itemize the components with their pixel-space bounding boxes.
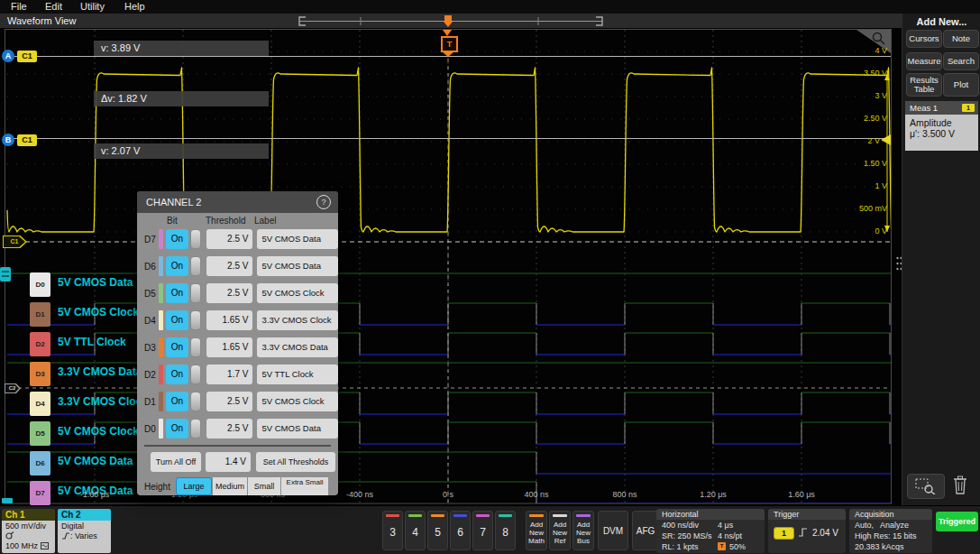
digital-group-handle-icon[interactable] — [0, 267, 11, 282]
digital-label-d0[interactable]: 5V CMOS Data — [58, 276, 133, 289]
bit-threshold-field[interactable]: 2.5 V — [206, 229, 253, 249]
bit-label-field[interactable]: 3.3V CMOS Data — [257, 337, 338, 357]
set-all-thresholds-button[interactable]: Set All Thresholds — [256, 452, 335, 472]
bit-color-chip — [159, 337, 163, 357]
channel-8-button[interactable]: 8 — [495, 511, 516, 550]
bit-on-button[interactable]: On — [166, 337, 188, 357]
menu-utility[interactable]: Utility — [80, 1, 105, 12]
height-medium-button[interactable]: Medium — [213, 477, 247, 495]
meas1-card-body[interactable]: Amplitude μ': 3.500 V — [905, 115, 978, 151]
bit-toggle-knob[interactable] — [190, 256, 201, 276]
cursor-b-badge[interactable]: B — [2, 134, 14, 146]
add-new-bus-button[interactable]: Add New Bus — [572, 511, 594, 550]
channel-6-button[interactable]: 6 — [450, 511, 471, 550]
acquisition-overview-ruler[interactable] — [298, 15, 604, 27]
add-cursors-button[interactable]: Cursors — [906, 30, 942, 48]
add-new-ref-button[interactable]: Add New Ref — [549, 511, 571, 550]
bit-label-field[interactable]: 5V CMOS Data — [257, 229, 338, 249]
bit-on-button[interactable]: On — [166, 419, 188, 439]
bit-toggle-knob[interactable] — [190, 283, 201, 303]
channel-5-button[interactable]: 5 — [427, 511, 448, 550]
height-small-button[interactable]: Small — [248, 477, 280, 495]
digital-label-d6[interactable]: 5V CMOS Data — [58, 455, 133, 467]
digital-label-d1[interactable]: 5V CMOS Clock — [58, 306, 139, 319]
turn-all-off-button[interactable]: Turn All Off — [151, 452, 201, 472]
bit-name: D6 — [141, 262, 159, 272]
ch2-badge[interactable]: Ch 2 Digital : Varies — [58, 509, 111, 553]
zoom-select-button[interactable] — [907, 474, 945, 499]
meas1-card-header[interactable]: Meas 1 1 — [905, 101, 978, 115]
bit-name: D2 — [141, 370, 159, 380]
add-plot-button[interactable]: Plot — [943, 73, 979, 97]
add-search-button[interactable]: Search — [943, 52, 979, 70]
add-results-table-button[interactable]: Results Table — [906, 73, 942, 97]
bit-threshold-field[interactable]: 2.5 V — [206, 256, 253, 276]
bit-toggle-knob[interactable] — [190, 337, 201, 357]
cursor-a-source-tag[interactable]: C1 — [17, 51, 37, 62]
bit-on-button[interactable]: On — [166, 283, 188, 303]
bit-threshold-field[interactable]: 2.5 V — [206, 283, 253, 303]
bit-toggle-knob[interactable] — [190, 392, 201, 411]
bit-threshold-field[interactable]: 1.65 V — [206, 310, 253, 330]
menu-help[interactable]: Help — [124, 1, 145, 12]
bit-toggle-knob[interactable] — [190, 310, 201, 330]
bit-threshold-field[interactable]: 2.5 V — [206, 392, 253, 411]
channel-7-button[interactable]: 7 — [472, 511, 493, 550]
bit-threshold-field[interactable]: 1.7 V — [206, 365, 253, 384]
digital-label-d3[interactable]: 3.3V CMOS Data — [58, 365, 142, 378]
cursor-b-source-tag[interactable]: C1 — [17, 134, 37, 146]
bit-toggle-knob[interactable] — [190, 365, 201, 384]
digital-label-d5[interactable]: 5V CMOS Clock — [58, 425, 139, 438]
channel-3-button[interactable]: 3 — [382, 511, 403, 550]
channel2-dialog-title[interactable]: CHANNEL 2 ? — [137, 191, 338, 213]
add-measure-button[interactable]: Measure — [906, 52, 942, 70]
menu-edit[interactable]: Edit — [45, 1, 62, 12]
add-note-button[interactable]: Note — [943, 30, 979, 48]
digital-bit-badge-d0[interactable]: D0 — [30, 272, 50, 297]
y-tick-2v: 2 V — [835, 136, 880, 146]
add-new-math-button[interactable]: Add New Math — [526, 511, 547, 550]
bit-label-field[interactable]: 5V CMOS Data — [257, 419, 338, 439]
digital-label-d4[interactable]: 3.3V CMOS Clock — [58, 395, 148, 408]
horizontal-recordlength: RL: 1 kpts — [662, 542, 699, 551]
ch1-badge[interactable]: Ch 1 500 mV/div 100 MHz — [2, 509, 55, 553]
bit-label-field[interactable]: 5V CMOS Clock — [257, 283, 338, 303]
height-extra-small-button[interactable]: Extra Small — [281, 477, 328, 495]
bit-on-button[interactable]: On — [166, 310, 188, 330]
trigger-flag[interactable]: T — [441, 36, 458, 52]
bit-toggle-knob[interactable] — [190, 419, 201, 439]
bit-threshold-field[interactable]: 2.5 V — [206, 419, 253, 439]
trigger-panel[interactable]: Trigger 1 2.04 V — [768, 509, 846, 553]
digital-bit-badge-d1[interactable]: D1 — [30, 302, 50, 327]
bit-on-button[interactable]: On — [166, 229, 188, 249]
height-large-button[interactable]: Large — [176, 477, 212, 495]
bit-label-field[interactable]: 5V TTL Clock — [257, 365, 338, 384]
y-tick-0v: 0 V — [842, 226, 887, 236]
digital-bit-badge-d5[interactable]: D5 — [30, 421, 50, 446]
channel-4-button[interactable]: 4 — [405, 511, 426, 550]
horizontal-panel[interactable]: Horizontal 400 ns/div4 μs SR: 250 MS/s4 … — [656, 509, 765, 553]
bit-threshold-field[interactable]: 1.65 V — [206, 337, 253, 357]
cursor-a-badge[interactable]: A — [2, 50, 14, 62]
digital-bit-badge-d7[interactable]: D7 — [30, 481, 50, 505]
trash-icon[interactable] — [952, 476, 968, 495]
help-icon[interactable]: ? — [316, 195, 331, 209]
digital-bit-badge-d4[interactable]: D4 — [30, 392, 50, 416]
bit-label-field[interactable]: 5V CMOS Data — [257, 256, 338, 276]
digital-bit-badge-d2[interactable]: D2 — [30, 332, 50, 356]
afg-button[interactable]: AFG — [632, 511, 659, 550]
digital-bit-badge-d3[interactable]: D3 — [30, 362, 50, 386]
digital-bit-badge-d6[interactable]: D6 — [30, 451, 50, 476]
menu-file[interactable]: File — [11, 1, 27, 12]
bit-on-button[interactable]: On — [166, 365, 188, 384]
dvm-button[interactable]: DVM — [598, 511, 628, 550]
bit-on-button[interactable]: On — [166, 392, 188, 411]
bit-on-button[interactable]: On — [166, 256, 188, 276]
tab-waveform-view[interactable]: Waveform View — [7, 15, 76, 26]
acquisition-panel[interactable]: Acquisition Auto, Analyze High Res: 15 b… — [849, 509, 932, 553]
bit-label-field[interactable]: 5V CMOS Clock — [257, 392, 338, 411]
bit-label-field[interactable]: 3.3V CMOS Clock — [257, 310, 338, 330]
digital-label-d2[interactable]: 5V TTL Clock — [58, 336, 126, 348]
all-threshold-field[interactable]: 1.4 V — [206, 452, 251, 472]
bit-toggle-knob[interactable] — [190, 229, 201, 249]
